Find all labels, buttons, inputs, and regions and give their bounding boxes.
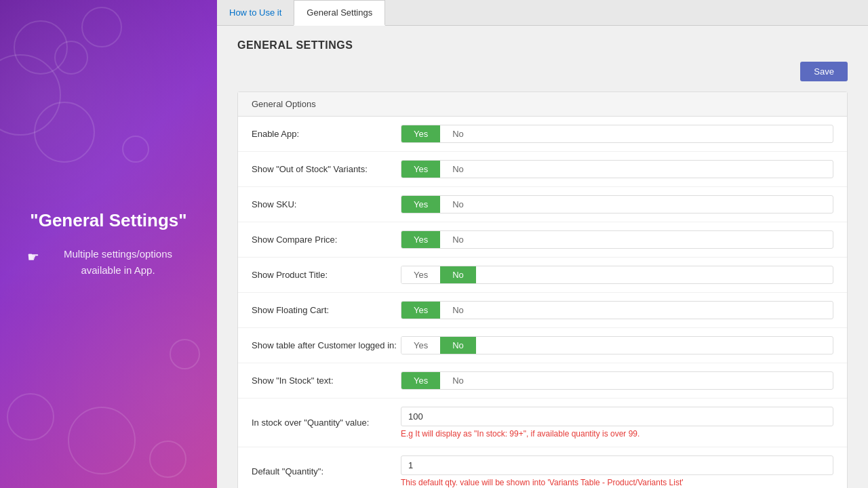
yes-show-sku[interactable]: Yes (401, 196, 440, 213)
no-enable-app[interactable]: No (440, 125, 476, 142)
hint-default-qty: This default qty. value will be shown in… (401, 478, 833, 487)
settings-row-in-stock-text: Show "In Stock" text: Yes No (238, 363, 847, 399)
control-in-stock-text: Yes No (401, 371, 833, 390)
toggle-enable-app: Yes No (401, 125, 833, 143)
toggle-compare-price: Yes No (401, 230, 833, 249)
toggle-show-sku: Yes No (401, 195, 833, 214)
sidebar-description: ☛ Multiple settings/options available in… (27, 246, 190, 279)
page-content: GENERAL SETTINGS Save General Options En… (217, 26, 868, 488)
yes-floating-cart[interactable]: Yes (401, 302, 440, 319)
settings-row-customer-logged: Show table after Customer logged in: Yes… (238, 328, 847, 363)
toggle-customer-logged: Yes No (401, 336, 833, 354)
save-button[interactable]: Save (800, 62, 848, 81)
label-in-stock-qty: In stock over "Quantity" value: (252, 418, 401, 428)
no-show-sku[interactable]: No (440, 196, 476, 213)
control-in-stock-qty: E.g It will display as "In stock: 99+", … (401, 407, 833, 439)
toggle-product-title: Yes No (401, 266, 833, 284)
yes-product-title[interactable]: Yes (401, 266, 440, 283)
control-show-sku: Yes No (401, 195, 833, 214)
toggle-out-of-stock: Yes No (401, 160, 833, 178)
control-out-of-stock: Yes No (401, 160, 833, 178)
input-default-qty[interactable] (401, 455, 833, 475)
sidebar-desc-text: Multiple settings/options available in A… (46, 246, 190, 279)
tab-how-to-use[interactable]: How to Use it (217, 1, 294, 26)
input-in-stock-qty[interactable] (401, 407, 833, 426)
control-compare-price: Yes No (401, 230, 833, 249)
settings-row-compare-price: Show Compare Price: Yes No (238, 222, 847, 258)
sidebar: "General Settings" ☛ Multiple settings/o… (0, 0, 217, 488)
toggle-in-stock-text: Yes No (401, 371, 833, 390)
settings-row-out-of-stock: Show "Out of Stock" Variants: Yes No (238, 152, 847, 187)
label-enable-app: Enable App: (252, 129, 401, 139)
settings-row-in-stock-qty: In stock over "Quantity" value: E.g It w… (238, 399, 847, 447)
label-floating-cart: Show Floating Cart: (252, 305, 401, 315)
yes-compare-price[interactable]: Yes (401, 231, 440, 248)
hint-in-stock-qty: E.g It will display as "In stock: 99+", … (401, 429, 833, 439)
label-compare-price: Show Compare Price: (252, 235, 401, 245)
no-out-of-stock[interactable]: No (440, 161, 476, 178)
yes-enable-app[interactable]: Yes (401, 125, 440, 142)
main-panel: How to Use it General Settings GENERAL S… (217, 0, 868, 488)
yes-customer-logged[interactable]: Yes (401, 337, 440, 354)
page-title: GENERAL SETTINGS (237, 39, 848, 52)
control-enable-app: Yes No (401, 125, 833, 143)
label-out-of-stock: Show "Out of Stock" Variants: (252, 164, 401, 174)
label-product-title: Show Product Title: (252, 270, 401, 280)
no-floating-cart[interactable]: No (440, 302, 476, 319)
settings-row-show-sku: Show SKU: Yes No (238, 187, 847, 222)
settings-row-product-title: Show Product Title: Yes No (238, 258, 847, 293)
tab-bar: How to Use it General Settings (217, 0, 868, 26)
no-product-title[interactable]: No (440, 266, 476, 283)
hand-icon: ☛ (27, 246, 39, 268)
label-customer-logged: Show table after Customer logged in: (252, 340, 401, 350)
toolbar: Save (237, 62, 848, 81)
yes-out-of-stock[interactable]: Yes (401, 161, 440, 178)
tab-general-settings[interactable]: General Settings (294, 0, 385, 26)
control-floating-cart: Yes No (401, 301, 833, 319)
label-in-stock-text: Show "In Stock" text: (252, 375, 401, 386)
sidebar-content: "General Settings" ☛ Multiple settings/o… (27, 209, 190, 279)
sidebar-title: "General Settings" (27, 209, 190, 232)
no-in-stock-text[interactable]: No (440, 372, 476, 389)
settings-row-enable-app: Enable App: Yes No (238, 117, 847, 152)
card-header: General Options (238, 92, 847, 117)
control-product-title: Yes No (401, 266, 833, 284)
control-customer-logged: Yes No (401, 336, 833, 354)
toggle-floating-cart: Yes No (401, 301, 833, 319)
label-default-qty: Default "Quantity": (252, 466, 401, 476)
no-customer-logged[interactable]: No (440, 337, 476, 354)
settings-row-default-qty: Default "Quantity": This default qty. va… (238, 447, 847, 488)
settings-card: General Options Enable App: Yes No Show … (237, 92, 848, 488)
yes-in-stock-text[interactable]: Yes (401, 372, 440, 389)
control-default-qty: This default qty. value will be shown in… (401, 455, 833, 487)
settings-row-floating-cart: Show Floating Cart: Yes No (238, 293, 847, 328)
label-show-sku: Show SKU: (252, 199, 401, 209)
no-compare-price[interactable]: No (440, 231, 476, 248)
